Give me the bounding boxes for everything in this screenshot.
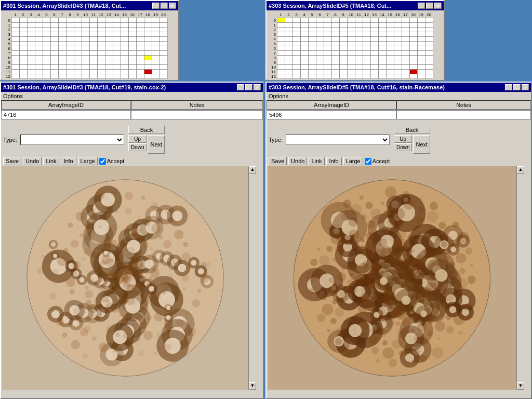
tissue-canvas-1 bbox=[2, 166, 248, 390]
type-select-1[interactable] bbox=[20, 135, 124, 145]
session2-data-row: 5496 bbox=[267, 110, 531, 119]
undo-btn-1[interactable]: Undo bbox=[23, 157, 42, 165]
action-buttons-1: Save Undo Link Info Large Accept bbox=[1, 156, 263, 166]
accept-label-2: Accept bbox=[373, 158, 390, 164]
action-buttons-2: Save Undo Link Info Large Accept bbox=[267, 156, 531, 166]
title-text-grid-1: #301 Session, ArraySlideID#3 (TMA#18, Cu… bbox=[3, 3, 126, 9]
options-menu-1[interactable]: Options bbox=[3, 93, 23, 99]
up-btn-2[interactable]: Up bbox=[394, 135, 413, 143]
undo-btn-2[interactable]: Undo bbox=[288, 157, 307, 165]
minimize-btn-2[interactable]: _ bbox=[418, 3, 425, 9]
close-btn-2[interactable]: × bbox=[434, 3, 442, 9]
title-bar-session-1: #301 Session, ArraySlideID#3 (TMA#18, Cu… bbox=[1, 83, 263, 92]
accept-label-1: Accept bbox=[107, 158, 125, 164]
options-menu-2[interactable]: Options bbox=[269, 93, 288, 99]
large-btn-1[interactable]: Large bbox=[78, 157, 98, 165]
accept-checkbox-label-1[interactable]: Accept bbox=[99, 158, 125, 165]
session1-close-btn[interactable]: × bbox=[254, 84, 261, 90]
info-btn-2[interactable]: Info bbox=[326, 157, 342, 165]
link-btn-2[interactable]: Link bbox=[309, 157, 324, 165]
type-select-2[interactable] bbox=[286, 135, 390, 145]
maximize-btn-1[interactable]: □ bbox=[161, 3, 168, 9]
back-btn-2[interactable]: Back bbox=[394, 126, 430, 134]
type-row-1: Type: Back Up Down Next bbox=[1, 124, 263, 156]
session2-close-btn[interactable]: × bbox=[522, 84, 529, 90]
col2-header-1: Notes bbox=[131, 100, 263, 110]
accept-checkbox-label-2[interactable]: Accept bbox=[365, 158, 390, 165]
scrollbar-2[interactable]: ▲ ▼ bbox=[516, 166, 525, 390]
title-bar-grid-1: #301 Session, ArraySlideID#3 (TMA#18, Cu… bbox=[1, 1, 178, 10]
scroll-down-2[interactable]: ▼ bbox=[517, 382, 524, 390]
link-btn-1[interactable]: Link bbox=[43, 157, 59, 165]
session1-table-header: ArrayImageID Notes bbox=[1, 100, 263, 110]
grid-canvas-2[interactable] bbox=[268, 11, 444, 80]
info-btn-1[interactable]: Info bbox=[61, 157, 76, 165]
array-image-id-1: 4716 bbox=[1, 110, 131, 119]
col2-header-2: Notes bbox=[396, 100, 531, 110]
type-label-1: Type: bbox=[3, 137, 17, 143]
window-controls-2: _ □ × bbox=[418, 3, 442, 9]
session1-minimize-btn[interactable]: _ bbox=[237, 84, 244, 90]
scroll-up-2[interactable]: ▲ bbox=[517, 166, 524, 174]
tissue-canvas-2 bbox=[268, 166, 516, 390]
grid-canvas-1[interactable] bbox=[2, 11, 178, 80]
notes-value-1 bbox=[131, 110, 263, 119]
back-btn-1[interactable]: Back bbox=[128, 126, 165, 134]
title-bar-session-2: #303 Session, ArraySlideID#5 (TMA#18, Cu… bbox=[267, 83, 531, 92]
session-window-1: #301 Session, ArraySlideID#3 (TMA#18, Cu… bbox=[0, 82, 264, 399]
array-image-id-2: 5496 bbox=[267, 110, 396, 119]
window-controls-1: _ □ × bbox=[152, 3, 176, 9]
grid-window-2: #303 Session, ArraySlideID#5 (TMA#18, Cu… bbox=[265, 0, 445, 81]
type-row-2: Type: Back Up Down Next bbox=[267, 124, 531, 156]
session1-data-row: 4716 bbox=[1, 110, 263, 119]
down-btn-2[interactable]: Down bbox=[394, 143, 413, 151]
session2-minimize-btn[interactable]: _ bbox=[505, 84, 512, 90]
title-text-session-1: #301 Session, ArraySlideID#3 (TMA#18, Cu… bbox=[3, 84, 166, 90]
scroll-up-1[interactable]: ▲ bbox=[249, 166, 256, 174]
session2-menu[interactable]: Options bbox=[267, 92, 531, 100]
next-btn-1[interactable]: Next bbox=[148, 135, 165, 154]
close-btn-1[interactable]: × bbox=[169, 3, 176, 9]
session1-window-controls: _ □ × bbox=[237, 84, 261, 90]
save-btn-2[interactable]: Save bbox=[269, 157, 287, 165]
grid-2 bbox=[267, 10, 444, 81]
minimize-btn-1[interactable]: _ bbox=[152, 3, 159, 9]
col1-header-1: ArrayImageID bbox=[1, 100, 131, 110]
session2-maximize-btn[interactable]: □ bbox=[513, 84, 521, 90]
session-window-2: #303 Session, ArraySlideID#5 (TMA#18, Cu… bbox=[265, 82, 532, 399]
tissue-image-area-2: ▲ ▼ bbox=[268, 166, 525, 390]
title-text-session-2: #303 Session, ArraySlideID#5 (TMA#18, Cu… bbox=[269, 84, 445, 90]
accept-checkbox-1[interactable] bbox=[99, 158, 106, 165]
tissue-image-area-1: ▲ ▼ bbox=[2, 166, 257, 390]
up-btn-1[interactable]: Up bbox=[128, 135, 147, 143]
next-btn-2[interactable]: Next bbox=[413, 135, 430, 154]
large-btn-2[interactable]: Large bbox=[343, 157, 363, 165]
save-btn-1[interactable]: Save bbox=[3, 157, 21, 165]
notes-value-2 bbox=[396, 110, 531, 119]
session2-table-header: ArrayImageID Notes bbox=[267, 100, 531, 110]
scroll-down-1[interactable]: ▼ bbox=[249, 382, 256, 390]
maximize-btn-2[interactable]: □ bbox=[426, 3, 433, 9]
col1-header-2: ArrayImageID bbox=[267, 100, 396, 110]
type-label-2: Type: bbox=[269, 137, 283, 143]
title-text-grid-2: #303 Session, ArraySlideID#5 (TMA#18, Cu… bbox=[269, 3, 391, 9]
session1-maximize-btn[interactable]: □ bbox=[245, 84, 252, 90]
session1-menu[interactable]: Options bbox=[1, 92, 263, 100]
title-bar-grid-2: #303 Session, ArraySlideID#5 (TMA#18, Cu… bbox=[267, 1, 444, 10]
accept-checkbox-2[interactable] bbox=[365, 158, 371, 165]
session2-window-controls: _ □ × bbox=[505, 84, 529, 90]
grid-window-1: #301 Session, ArraySlideID#3 (TMA#18, Cu… bbox=[0, 0, 179, 81]
down-btn-1[interactable]: Down bbox=[128, 143, 147, 151]
scrollbar-1[interactable]: ▲ ▼ bbox=[248, 166, 257, 390]
grid-1 bbox=[1, 10, 178, 81]
